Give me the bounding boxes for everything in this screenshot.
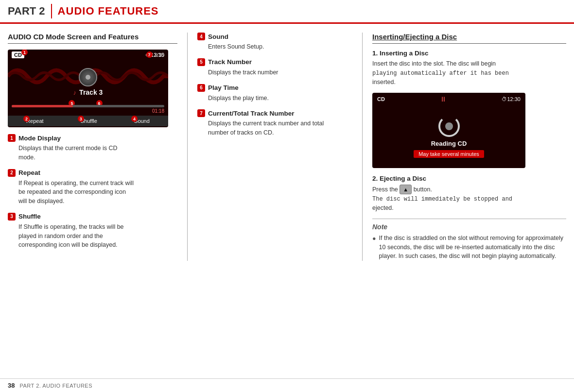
feature-1-name: Mode Display — [18, 135, 61, 142]
note-bullet-icon: ● — [372, 234, 376, 261]
footer-text: PART 2. AUDIO FEATURES — [19, 383, 92, 389]
reading-cd-screen: CD ⏸ ⏱12:30 Reading CD May take several … — [372, 93, 525, 168]
page-number: 38 — [8, 382, 15, 389]
shuffle-btn[interactable]: 3 Shuffle — [81, 118, 97, 124]
feature-7-name: Current/Total Track Number — [208, 110, 295, 117]
track-num-badge: 7 3/15 — [146, 51, 164, 58]
reading-screen-top: CD ⏸ ⏱12:30 — [372, 93, 525, 105]
feature-2-header: 2 Repeat — [8, 169, 177, 177]
feature-current-total: 7 Current/Total Track Number Displays th… — [197, 109, 352, 137]
disc-inner — [86, 75, 90, 80]
mid-column: 4 Sound Enters Sound Setup. 5 Track Numb… — [188, 33, 363, 261]
badge-2: 2 — [23, 116, 30, 122]
feature-track-number: 5 Track Number Displays the track number — [197, 58, 352, 77]
feature-repeat: 2 Repeat If Repeat is operating, the cur… — [8, 169, 177, 206]
feature-play-time: 6 Play Time Displays the play time. — [197, 84, 352, 103]
page-footer: 38 PART 2. AUDIO FEATURES — [0, 378, 574, 392]
feature-2-badge: 2 — [8, 169, 16, 177]
progress-bar-bg — [12, 105, 164, 107]
ejecting-heading: 2. Ejecting a Disc — [372, 175, 566, 182]
feature-7-header: 7 Current/Total Track Number — [197, 109, 352, 117]
feature-5-name: Track Number — [208, 58, 252, 66]
inserting-text: Insert the disc into the slot. The disc … — [372, 59, 566, 87]
feature-4-desc: Enters Sound Setup. — [197, 42, 352, 51]
cd-screen: CD 1 7 3/15 ⏱12:30 ♪ Track 3 — [8, 50, 168, 127]
cd-center: ♪ Track 3 — [8, 60, 168, 104]
note-section: Note ● If the disc is straddled on the s… — [372, 219, 566, 261]
feature-5-desc: Displays the track number — [197, 68, 352, 77]
feature-3-badge: 3 — [8, 213, 16, 221]
badge-7: 7 — [146, 51, 153, 58]
feature-shuffle: 3 Shuffle If Shuffle is operating, the t… — [8, 213, 177, 250]
feature-6-header: 6 Play Time — [197, 84, 352, 92]
sound-btn[interactable]: 4 Sound — [134, 118, 150, 124]
feature-6-desc: Displays the play time. — [197, 94, 352, 103]
cd-track-info: ♪ Track 3 — [73, 88, 103, 96]
header-divider — [51, 4, 52, 18]
cd-play-time: 01:18 — [12, 108, 164, 114]
feature-2-name: Repeat — [18, 169, 40, 176]
note-title: Note — [372, 223, 566, 231]
feature-4-header: 4 Sound — [197, 33, 352, 40]
note-text: If the disc is straddled on the slot wit… — [379, 234, 566, 261]
eject-button-icon: ▲ — [400, 185, 412, 195]
feature-7-desc: Displays the current track number and to… — [197, 119, 352, 137]
progress-bar-fill — [12, 105, 73, 107]
feature-6-badge: 6 — [197, 84, 205, 92]
left-section-title: AUDIO CD Mode Screen and Features — [8, 33, 177, 44]
page-header: PART 2 AUDIO FEATURES — [0, 0, 574, 24]
reading-screen-center: Reading CD May take several minutes — [372, 105, 525, 168]
feature-3-desc: If Shuffle is operating, the tracks will… — [8, 222, 177, 250]
feature-7-badge: 7 — [197, 109, 205, 117]
eject-text: Press the ▲ button. The disc will immedi… — [372, 185, 566, 213]
note-item: ● If the disc is straddled on the slot w… — [372, 234, 566, 261]
reading-mode-label: CD — [377, 96, 385, 102]
feature-1-desc: Displays that the current mode is CDmode… — [8, 144, 177, 162]
badge-1: 1 — [21, 50, 28, 55]
feature-mode-display: 1 Mode Display Displays that the current… — [8, 134, 177, 162]
cd-progress-area: 5 6 01:18 — [8, 104, 168, 114]
cd-mode-badge: CD 1 — [12, 51, 24, 58]
left-column: AUDIO CD Mode Screen and Features CD 1 7… — [8, 33, 188, 261]
reading-time: ⏱12:30 — [502, 96, 521, 102]
feature-2-desc: If Repeat is operating, the current trac… — [8, 179, 177, 206]
spinner-inner — [445, 122, 453, 130]
feature-6-name: Play Time — [208, 84, 239, 91]
feature-5-badge: 5 — [197, 58, 205, 66]
loading-spinner-icon — [438, 116, 460, 137]
repeat-btn[interactable]: 2 Repeat — [26, 118, 43, 124]
part-label: PART 2 — [8, 5, 45, 17]
disc-icon — [79, 68, 97, 86]
feature-3-name: Shuffle — [18, 213, 41, 220]
badge-3: 3 — [78, 116, 84, 122]
cd-top-bar: CD 1 7 3/15 ⏱12:30 — [8, 50, 168, 60]
reading-cd-text: Reading CD — [431, 140, 467, 147]
feature-3-header: 3 Shuffle — [8, 213, 177, 221]
track-fraction: 3/15 — [154, 52, 164, 58]
feature-sound: 4 Sound Enters Sound Setup. — [197, 33, 352, 51]
section-title-header: AUDIO FEATURES — [58, 5, 159, 17]
music-note-icon: ♪ — [73, 89, 77, 96]
reading-cd-subtext: May take several minutes — [414, 150, 484, 158]
cd-buttons: 2 Repeat 3 Shuffle 4 Sound — [8, 116, 168, 126]
inserting-heading: 1. Inserting a Disc — [372, 50, 566, 57]
feature-5-header: 5 Track Number — [197, 58, 352, 66]
feature-4-name: Sound — [208, 33, 228, 40]
reading-stop-icon: ⏸ — [440, 95, 447, 103]
cd-track-name: Track 3 — [79, 88, 103, 96]
feature-1-badge: 1 — [8, 134, 16, 142]
feature-4-badge: 4 — [197, 33, 205, 40]
main-content: AUDIO CD Mode Screen and Features CD 1 7… — [0, 24, 574, 266]
inserting-ejecting-title: Inserting/Ejecting a Disc — [372, 33, 566, 44]
badge-4: 4 — [131, 116, 138, 122]
feature-1-header: 1 Mode Display — [8, 134, 177, 142]
right-column: Inserting/Ejecting a Disc 1. Inserting a… — [363, 33, 566, 261]
